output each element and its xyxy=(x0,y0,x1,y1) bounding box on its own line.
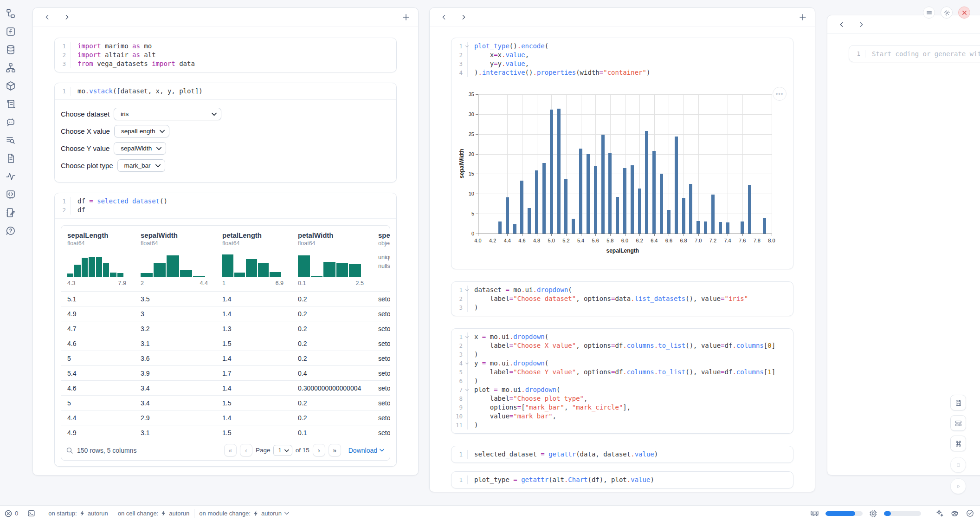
scroll-left-button[interactable] xyxy=(41,11,53,23)
table-row[interactable]: 4.93.11.50.1setosa xyxy=(61,425,390,440)
code-block-icon[interactable] xyxy=(5,189,17,201)
errors-indicator[interactable]: 0 xyxy=(4,510,23,517)
scroll-left-button[interactable] xyxy=(836,19,848,31)
copilot-button[interactable] xyxy=(950,509,959,518)
close-button[interactable] xyxy=(958,7,970,19)
code-editor[interactable]: 1x = mo.ui.dropdown(2 label="Choose X va… xyxy=(451,329,793,433)
logs-scroll-icon[interactable] xyxy=(5,98,17,110)
code-line: 2import altair as alt xyxy=(55,51,396,59)
generate-link[interactable]: generate xyxy=(935,50,966,58)
table-row[interactable]: 5.43.91.70.4setosa xyxy=(61,365,390,380)
code-line: 1dataset = mo.ui.dropdown( xyxy=(451,286,793,294)
x-value-label: Choose X value xyxy=(61,127,110,135)
table-header: sepalLengthfloat644.37.9sepalWidthfloat6… xyxy=(61,226,390,291)
code-editor[interactable]: 1selected_dataset = getattr(data, datase… xyxy=(451,446,793,462)
page-select[interactable]: 1 xyxy=(273,445,292,456)
scroll-right-button[interactable] xyxy=(61,11,73,23)
column-header[interactable]: petalWidthfloat640.12.5 xyxy=(292,231,372,287)
chevron-down-icon xyxy=(284,512,289,515)
table-row[interactable]: 4.42.91.40.2setosa xyxy=(61,410,390,425)
connection-status-icon[interactable] xyxy=(966,509,974,518)
column-header[interactable]: sepalLengthfloat644.37.9 xyxy=(61,231,135,287)
bolt-icon xyxy=(253,510,258,516)
ai-sparkles-button[interactable] xyxy=(935,509,944,518)
chart-bar xyxy=(748,185,751,234)
scroll-left-button[interactable] xyxy=(438,11,450,23)
column-2: 1plot_type().encode(2 x=x.value,3 y=y.va… xyxy=(429,7,815,492)
chart-bar xyxy=(564,179,567,234)
chart-bar xyxy=(675,137,678,234)
column-header[interactable]: petalLengthfloat6416.9 xyxy=(216,231,292,287)
chart-bar xyxy=(660,174,663,234)
column-3-header xyxy=(827,15,980,34)
column-header[interactable]: speciesobjectunique:nulls: xyxy=(372,231,390,287)
function-icon[interactable] xyxy=(5,26,17,38)
last-page-button[interactable]: » xyxy=(329,444,341,456)
add-cell-button[interactable] xyxy=(402,13,410,21)
dataset-select[interactable]: iris xyxy=(114,108,221,120)
code-line: 1x = mo.ui.dropdown( xyxy=(451,332,793,341)
activity-icon[interactable] xyxy=(5,170,17,182)
code-cell-df: 1df = selected_dataset()2df sepalLengthf… xyxy=(54,193,397,467)
scratchpad-icon[interactable] xyxy=(5,207,17,219)
table-row[interactable]: 4.73.21.30.2setosa xyxy=(61,321,390,336)
page-label: Page xyxy=(256,447,271,454)
dependency-graph-icon[interactable] xyxy=(5,62,17,74)
table-row[interactable]: 5.13.51.40.2setosa xyxy=(61,291,390,306)
code-line: 3from vega_datasets import data xyxy=(55,59,396,68)
chart-bar xyxy=(719,222,722,234)
column-header[interactable]: sepalWidthfloat6424.4 xyxy=(135,231,216,287)
chart-bar xyxy=(704,221,707,234)
code-cell-xy-dropdowns: 1x = mo.ui.dropdown(2 label="Choose X va… xyxy=(451,328,793,434)
scroll-right-button[interactable] xyxy=(458,11,470,23)
help-icon[interactable] xyxy=(5,225,17,237)
settings-gear-button[interactable] xyxy=(941,7,953,19)
code-editor[interactable]: 1plot_type = getattr(alt.Chart(df), plot… xyxy=(451,472,793,488)
code-editor[interactable]: 1plot_type().encode(2 x=x.value,3 y=y.va… xyxy=(451,38,793,81)
next-page-button[interactable]: › xyxy=(313,444,325,456)
y-value-select[interactable]: sepalWidth xyxy=(114,142,166,155)
database-icon[interactable] xyxy=(5,44,17,56)
table-row[interactable]: 53.61.40.2setosa xyxy=(61,351,390,365)
snippets-icon[interactable] xyxy=(5,152,17,164)
x-axis-title: sepalLength xyxy=(606,247,639,254)
terminal-button[interactable] xyxy=(23,509,40,517)
stop-button[interactable] xyxy=(950,457,966,473)
search-icon[interactable] xyxy=(66,447,73,454)
code-editor[interactable]: 1df = selected_dataset()2df xyxy=(55,193,396,218)
code-line: 2df xyxy=(55,206,396,215)
chat-bot-icon[interactable] xyxy=(5,116,17,128)
table-row[interactable]: 4.931.40.2setosa xyxy=(61,306,390,321)
column-histogram xyxy=(298,253,361,277)
scroll-right-button[interactable] xyxy=(855,19,867,31)
file-tree-icon[interactable] xyxy=(5,7,17,20)
row-count-summary: 150 rows, 5 columns xyxy=(77,447,136,454)
run-button[interactable] xyxy=(950,478,966,494)
save-button[interactable] xyxy=(950,395,966,410)
column-1: 1import marimo as mo2import altair as al… xyxy=(32,7,419,475)
command-palette-button[interactable] xyxy=(950,436,966,451)
code-editor[interactable]: 1import marimo as mo2import altair as al… xyxy=(55,38,396,72)
pagination: « ‹ Page 1 of 15 › » xyxy=(224,444,341,456)
package-icon[interactable] xyxy=(5,80,17,92)
chart-bar xyxy=(513,224,516,234)
empty-code-cell[interactable]: 1 Start coding or generate with xyxy=(849,45,980,62)
table-row[interactable]: 53.41.50.2setosa xyxy=(61,395,390,410)
table-row[interactable]: 4.63.41.40.3000000000000004setosa xyxy=(61,380,390,395)
download-button[interactable]: Download xyxy=(348,447,384,454)
layout-button[interactable] xyxy=(950,415,966,431)
on-module-change-mode[interactable]: on module change: autorun xyxy=(194,510,294,517)
add-cell-button[interactable] xyxy=(799,13,806,21)
plot-type-select[interactable]: mark_bar xyxy=(117,159,165,172)
on-startup-mode[interactable]: on startup: autorun xyxy=(44,510,113,517)
table-row[interactable]: 4.63.11.50.2setosa xyxy=(61,336,390,351)
doc-search-icon[interactable] xyxy=(5,134,17,146)
first-page-button[interactable]: « xyxy=(224,444,237,456)
code-editor[interactable]: 1mo.vstack([dataset, x, y, plot]) xyxy=(55,83,396,99)
menu-button[interactable] xyxy=(923,7,935,19)
code-editor[interactable]: 1dataset = mo.ui.dropdown(2 label="Choos… xyxy=(451,282,793,316)
on-cell-change-mode[interactable]: on cell change: autorun xyxy=(113,510,194,517)
x-value-select[interactable]: sepalLength xyxy=(114,125,170,137)
prev-page-button[interactable]: ‹ xyxy=(240,444,252,456)
code-line: 1selected_dataset = getattr(data, datase… xyxy=(451,450,793,459)
